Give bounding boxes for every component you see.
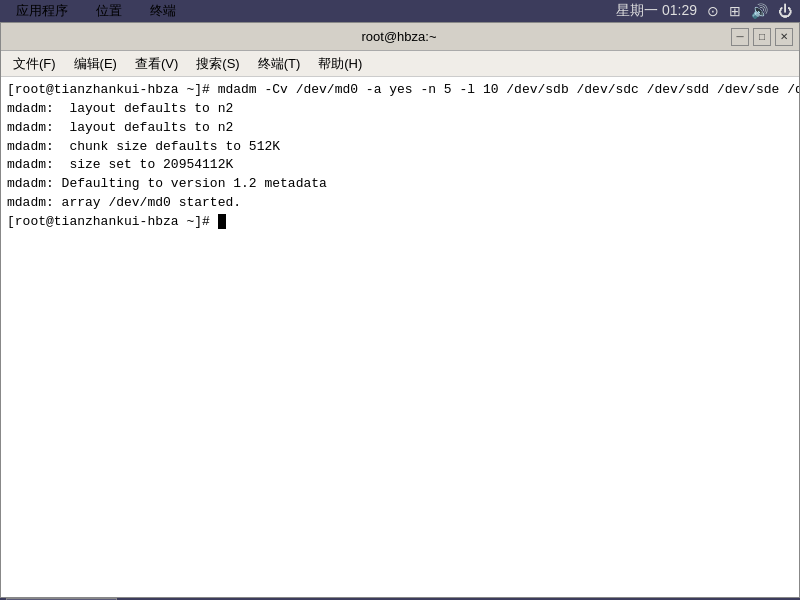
display-icon: ⊙: [707, 3, 719, 19]
terminal-line-7: [root@tianzhankui-hbza ~]#: [7, 213, 793, 232]
network-icon: ⊞: [729, 3, 741, 19]
system-bar-left: 应用程序 位置 终端: [8, 0, 184, 22]
terminal-line-0: [root@tianzhankui-hbza ~]# mdadm -Cv /de…: [7, 81, 793, 100]
clock-icon: 星期一 01:29: [616, 2, 697, 20]
title-bar: root@hbza:~ ─ □ ✕: [1, 23, 799, 51]
menu-view[interactable]: 查看(V): [127, 53, 186, 75]
terminal-content[interactable]: [root@tianzhankui-hbza ~]# mdadm -Cv /de…: [1, 77, 799, 597]
sysbar-apps[interactable]: 应用程序: [8, 0, 76, 22]
terminal-line-5: mdadm: Defaulting to version 1.2 metadat…: [7, 175, 793, 194]
terminal-line-2: mdadm: layout defaults to n2: [7, 119, 793, 138]
minimize-button[interactable]: ─: [731, 28, 749, 46]
menu-edit[interactable]: 编辑(E): [66, 53, 125, 75]
menu-bar: 文件(F) 编辑(E) 查看(V) 搜索(S) 终端(T) 帮助(H): [1, 51, 799, 77]
window-wrapper: root@hbza:~ ─ □ ✕ 文件(F) 编辑(E) 查看(V) 搜索(S…: [0, 22, 800, 598]
menu-file[interactable]: 文件(F): [5, 53, 64, 75]
terminal-prompt: [root@tianzhankui-hbza ~]#: [7, 214, 218, 229]
sysbar-terminal[interactable]: 终端: [142, 0, 184, 22]
terminal-line-4: mdadm: size set to 20954112K: [7, 156, 793, 175]
terminal-line-1: mdadm: layout defaults to n2: [7, 100, 793, 119]
terminal-window: root@hbza:~ ─ □ ✕ 文件(F) 编辑(E) 查看(V) 搜索(S…: [0, 22, 800, 598]
menu-search[interactable]: 搜索(S): [188, 53, 247, 75]
sysbar-places[interactable]: 位置: [88, 0, 130, 22]
close-button[interactable]: ✕: [775, 28, 793, 46]
window-controls: ─ □ ✕: [731, 28, 793, 46]
system-bar-right: 星期一 01:29 ⊙ ⊞ 🔊 ⏻: [616, 2, 792, 20]
system-bar: 应用程序 位置 终端 星期一 01:29 ⊙ ⊞ 🔊 ⏻: [0, 0, 800, 22]
terminal-cursor: [218, 214, 226, 229]
terminal-line-6: mdadm: array /dev/md0 started.: [7, 194, 793, 213]
window-title: root@hbza:~: [67, 29, 731, 44]
menu-help[interactable]: 帮助(H): [310, 53, 370, 75]
power-icon[interactable]: ⏻: [778, 3, 792, 19]
maximize-button[interactable]: □: [753, 28, 771, 46]
menu-terminal[interactable]: 终端(T): [250, 53, 309, 75]
volume-icon: 🔊: [751, 3, 768, 19]
terminal-line-3: mdadm: chunk size defaults to 512K: [7, 138, 793, 157]
